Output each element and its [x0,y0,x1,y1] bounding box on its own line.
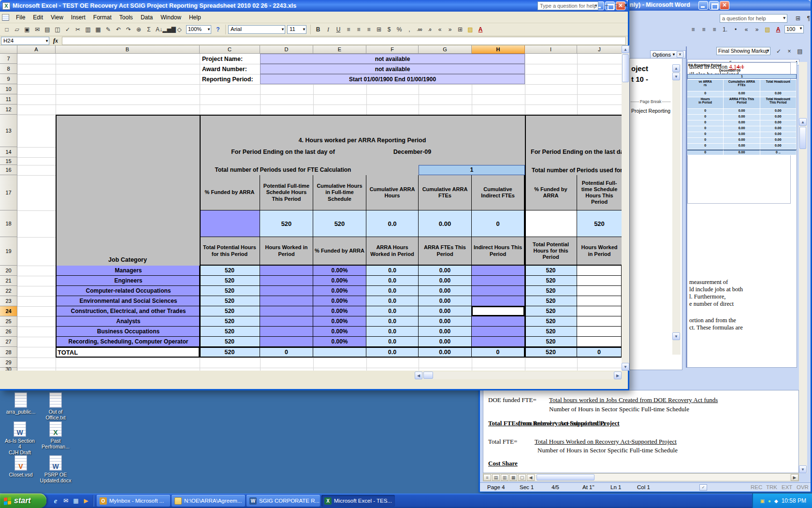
align-center-icon[interactable]: ≡ [354,25,363,34]
data-cell[interactable]: 520 [577,210,622,237]
decrease-indent-icon[interactable]: « [741,25,751,34]
highlight-icon[interactable]: ▨ [763,25,772,34]
scrollbar-thumb[interactable] [799,127,806,149]
data-cell[interactable]: 0.00 [419,210,472,237]
zoom-combo[interactable]: 100▾ [784,25,804,33]
data-cell[interactable] [577,266,622,276]
data-cell[interactable]: 0 [577,348,622,357]
data-cell[interactable]: 0.00% [313,266,366,276]
sheet-area[interactable]: 7891011121314151617181920212223242526272… [0,54,622,371]
data-cell[interactable]: 520 [525,327,577,337]
data-cell[interactable]: 0.0 [366,306,419,316]
data-cell[interactable]: 520 [200,296,260,306]
data-cell[interactable] [260,286,313,296]
accept-change-icon[interactable]: ✓ [774,47,783,56]
horizontal-scrollbar[interactable] [536,474,790,481]
column-header[interactable]: A [17,45,56,54]
data-cell[interactable]: 0.0 [366,348,419,357]
data-cell[interactable]: 0.0 [366,327,419,337]
header-cell[interactable]: ARRA Hours Worked in Period [366,237,419,265]
close-icon[interactable]: × [677,51,683,58]
redo-icon[interactable]: ↷ [124,25,133,34]
data-cell[interactable]: 0.00 [419,316,472,327]
row-header[interactable]: 30 [0,368,17,371]
data-cell[interactable]: 520 [200,337,260,347]
data-cell[interactable]: 520 [260,210,313,237]
italic-icon[interactable]: I [323,25,333,34]
data-cell[interactable] [313,348,366,357]
data-cell[interactable]: 0.0 [366,266,419,276]
scroll-left-icon[interactable]: ◀ [415,372,422,379]
select-all-corner[interactable] [0,45,17,54]
comma-icon[interactable]: , [405,25,414,34]
data-cell[interactable] [472,306,525,316]
close-workbook-icon[interactable] [623,2,629,9]
data-cell[interactable]: 0.00 [419,276,472,286]
menu-item[interactable]: Tools [116,13,137,22]
column-header[interactable]: F [366,45,419,54]
row-header[interactable]: 10 [0,84,17,94]
data-cell[interactable]: 0.0 [366,276,419,286]
start-button[interactable]: start [0,493,46,508]
desktop-icon[interactable]: arra_public... [5,392,37,415]
data-cell[interactable] [577,296,622,306]
scroll-up-icon[interactable]: ▲ [622,45,629,53]
scroll-right-icon[interactable]: ▶ [791,474,798,481]
column-header[interactable]: B [56,45,200,54]
cell-award-number-label[interactable]: Award Number: [200,64,260,74]
data-cell[interactable]: 520 [200,266,260,276]
row-header[interactable]: 13 [0,115,17,147]
row-header[interactable]: 20 [0,266,17,276]
row-header[interactable]: 7 [0,54,17,64]
data-cell[interactable]: 520 [525,337,577,347]
numbering-icon[interactable]: 1. [720,25,730,34]
question-help-box[interactable]: Type a question for help▾ [537,1,598,10]
data-cell[interactable] [260,306,313,316]
job-category-cell[interactable]: Computer-related Occupations [56,286,200,296]
font-size-combo[interactable]: 11▾ [287,25,306,34]
borders-icon[interactable]: ⊞ [455,25,465,34]
column-header[interactable]: D [260,45,313,54]
data-cell[interactable]: 520 [525,286,577,296]
data-cell[interactable]: 0 [472,348,525,357]
scroll-up-icon[interactable]: ▲ [672,64,680,72]
data-cell[interactable]: 0.00 [419,296,472,306]
job-category-cell[interactable]: Construction, Electrical, and other Trad… [56,306,200,316]
desktop-icon[interactable]: W PSRP OE Updated.docx [40,455,72,483]
font-color-icon[interactable]: A [476,25,485,34]
autosum-icon[interactable]: Σ [144,25,154,34]
scroll-right-icon[interactable]: ▶ [614,372,622,379]
tray-icon-2[interactable]: ● [768,498,771,504]
bold-icon[interactable]: B [313,25,323,34]
data-cell[interactable]: 0.00 [419,337,472,347]
menu-item[interactable]: Edit [29,13,47,22]
header-cell[interactable]: % Funded by ARRA [525,175,577,210]
data-cell[interactable]: 0.00 [419,306,472,316]
header-cell[interactable]: Hours Worked in Period [577,237,622,265]
data-cell[interactable] [260,276,313,286]
word-help-box[interactable]: a question for help▾ [720,14,787,23]
row-header[interactable]: 11 [0,94,17,105]
word-document-right-pane[interactable]: ussed in section 4.14.1 ill also be calc… [687,62,797,368]
header-cell[interactable]: Cumulative Indirect FTEs [472,175,525,210]
row-header[interactable]: 26 [0,327,17,337]
copy-icon[interactable]: ▥ [83,25,93,34]
increase-decimal-icon[interactable]: .00 [415,25,424,34]
new-icon[interactable]: □ [2,25,12,34]
header-cell[interactable]: Cumulative ARRA FTEs [419,175,472,210]
data-cell[interactable] [472,276,525,286]
row-header[interactable]: 19 [0,237,17,266]
data-cell[interactable] [577,337,622,347]
data-cell[interactable]: 520 [313,210,366,237]
spelling-icon[interactable]: ✓ [63,25,72,34]
row-header[interactable]: 14 [0,147,17,157]
row-header[interactable]: 16 [0,165,17,175]
task-button[interactable]: X Microsoft Excel - TES... [321,495,395,507]
data-cell[interactable] [260,296,313,306]
data-cell[interactable]: 0.00% [313,327,366,337]
percent-icon[interactable]: % [394,25,404,34]
menu-item[interactable]: File [12,13,29,22]
scrollbar-thumb[interactable] [423,372,433,379]
data-cell[interactable] [472,296,525,306]
minimize-workbook-icon[interactable] [603,2,610,9]
